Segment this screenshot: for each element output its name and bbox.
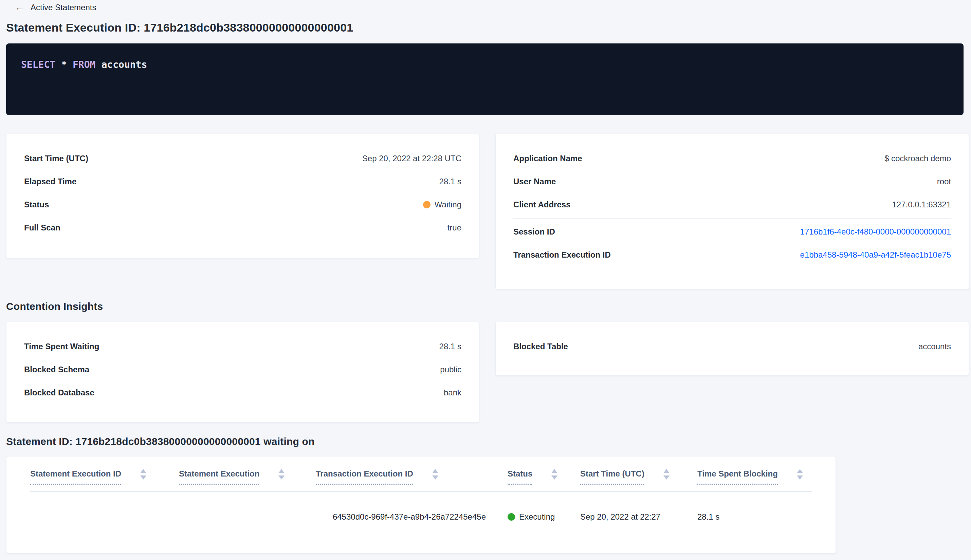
sql-statement-text: SELECT*FROMaccounts: [21, 59, 949, 70]
column-header-start-time[interactable]: Start Time (UTC): [580, 469, 697, 485]
blocked-table-label: Blocked Table: [513, 342, 568, 351]
full-scan-label: Full Scan: [24, 223, 60, 232]
cell-time-spent-blocking: 28.1 s: [697, 512, 813, 522]
client-address-row: Client Address 127.0.0.1:63321: [513, 193, 951, 216]
cell-start-time: Sep 20, 2022 at 22:27: [580, 512, 697, 522]
session-id-row: Session ID 1716b1f6-4e0c-f480-0000-00000…: [513, 220, 951, 243]
blocked-schema-row: Blocked Schema public: [24, 358, 461, 381]
status-label: Status: [24, 200, 49, 209]
sql-keyword-select: SELECT: [21, 59, 55, 70]
blocked-table-row: Blocked Table accounts: [513, 335, 951, 358]
blocked-database-row: Blocked Database bank: [24, 381, 461, 404]
sort-arrows-icon[interactable]: [140, 469, 146, 480]
user-name-value: root: [937, 177, 951, 186]
sort-arrows-icon[interactable]: [432, 469, 438, 480]
start-time-row: Start Time (UTC) Sep 20, 2022 at 22:28 U…: [24, 147, 461, 170]
blocked-table-value: accounts: [918, 342, 951, 351]
client-address-value: 127.0.0.1:63321: [892, 200, 951, 209]
application-name-label: Application Name: [513, 154, 582, 163]
blocked-schema-value: public: [440, 365, 461, 374]
contention-details-card: Time Spent Waiting 28.1 s Blocked Schema…: [6, 322, 479, 423]
start-time-value: Sep 20, 2022 at 22:28 UTC: [362, 154, 461, 163]
status-row: Status Waiting: [24, 193, 461, 216]
elapsed-time-label: Elapsed Time: [24, 177, 77, 186]
application-name-value: $ cockroach demo: [884, 154, 951, 163]
start-time-label: Start Time (UTC): [24, 154, 88, 163]
waiting-on-heading: Statement ID: 1716b218dc0b38380000000000…: [6, 436, 315, 447]
column-header-transaction-execution-id[interactable]: Transaction Execution ID: [316, 469, 507, 485]
breadcrumb-back-link[interactable]: ← Active Statements: [15, 2, 96, 13]
elapsed-time-value: 28.1 s: [439, 177, 461, 186]
breadcrumb-label: Active Statements: [30, 3, 96, 12]
cell-status: Executing: [507, 512, 580, 522]
column-header-status[interactable]: Status: [507, 469, 580, 485]
status-waiting-dot-icon: [423, 201, 430, 208]
status-executing-dot-icon: [507, 513, 515, 521]
sql-statement-box: SELECT*FROMaccounts: [6, 43, 964, 115]
sort-arrows-icon[interactable]: [279, 469, 285, 480]
time-spent-waiting-label: Time Spent Waiting: [24, 342, 99, 351]
status-waiting-text: Waiting: [435, 200, 461, 209]
time-spent-waiting-row: Time Spent Waiting 28.1 s: [24, 335, 461, 358]
execution-details-card: Start Time (UTC) Sep 20, 2022 at 22:28 U…: [6, 134, 479, 258]
sql-table-name: accounts: [101, 59, 147, 70]
session-id-label: Session ID: [513, 227, 555, 237]
sort-arrows-icon[interactable]: [663, 469, 669, 480]
cell-transaction-execution-id: 64530d0c-969f-437e-a9b4-26a72245e45e: [316, 512, 507, 522]
blocked-database-value: bank: [444, 388, 461, 397]
session-details-card: Application Name $ cockroach demo User N…: [496, 134, 969, 289]
column-header-statement-execution[interactable]: Statement Execution: [179, 469, 316, 485]
user-name-label: User Name: [513, 177, 556, 186]
status-executing-text: Executing: [519, 512, 555, 522]
full-scan-row: Full Scan true: [24, 216, 461, 239]
blocked-table-card: Blocked Table accounts: [496, 322, 969, 376]
card-divider: [513, 218, 951, 218]
blocked-database-label: Blocked Database: [24, 388, 94, 397]
contention-insights-heading: Contention Insights: [6, 301, 103, 312]
page-title: Statement Execution ID: 1716b218dc0b3838…: [6, 21, 353, 34]
sql-star: *: [61, 59, 67, 70]
transaction-execution-id-link[interactable]: e1bba458-5948-40a9-a42f-5feac1b10e75: [800, 250, 951, 260]
transaction-execution-id-label: Transaction Execution ID: [513, 250, 611, 260]
column-header-time-spent-blocking[interactable]: Time Spent Blocking: [697, 469, 813, 485]
time-spent-waiting-value: 28.1 s: [439, 342, 461, 351]
elapsed-time-row: Elapsed Time 28.1 s: [24, 170, 461, 193]
status-value: Waiting: [423, 200, 461, 209]
user-name-row: User Name root: [513, 170, 951, 193]
waiting-on-table-card: Statement Execution ID Statement Executi…: [6, 456, 836, 553]
arrow-left-icon: ←: [15, 3, 25, 12]
full-scan-value: true: [447, 223, 461, 232]
sort-arrows-icon[interactable]: [797, 469, 803, 480]
application-name-row: Application Name $ cockroach demo: [513, 147, 951, 170]
column-header-statement-execution-id[interactable]: Statement Execution ID: [30, 469, 179, 485]
session-id-link[interactable]: 1716b1f6-4e0c-f480-0000-000000000001: [800, 227, 951, 237]
table-row: 64530d0c-969f-437e-a9b4-26a72245e45e Exe…: [30, 492, 812, 542]
table-header-row: Statement Execution ID Statement Executi…: [30, 457, 812, 492]
sql-keyword-from: FROM: [73, 59, 95, 70]
blocked-schema-label: Blocked Schema: [24, 365, 89, 374]
client-address-label: Client Address: [513, 200, 571, 209]
transaction-execution-id-row: Transaction Execution ID e1bba458-5948-4…: [513, 243, 951, 267]
sort-arrows-icon[interactable]: [551, 469, 557, 480]
